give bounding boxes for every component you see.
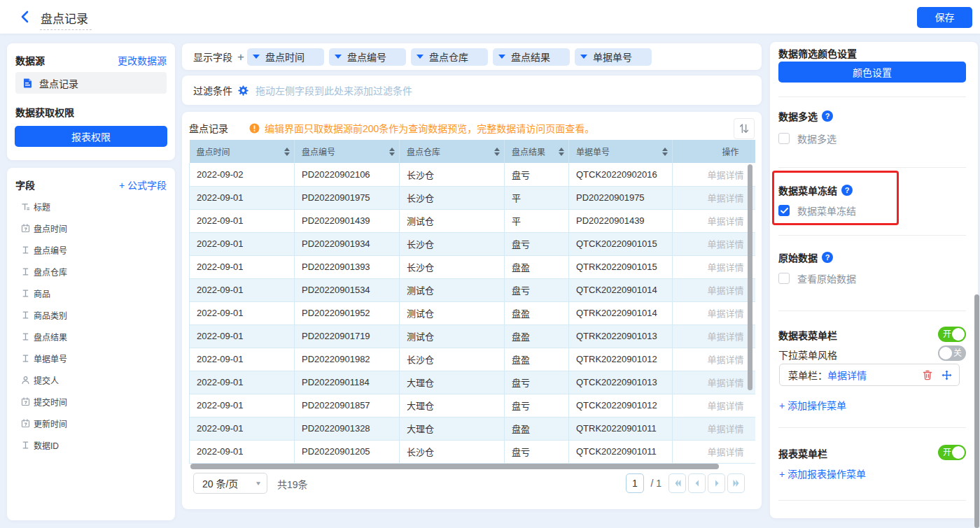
table-row: 2022-09-01PD20220901184大理仓盘亏QTCK20220901… [190,371,755,394]
table-cell: 2022-09-01 [190,371,295,394]
field-item[interactable]: 盘点结果 [7,326,175,348]
gear-icon[interactable] [238,85,248,96]
text-icon [21,267,30,276]
add-action-menu-link[interactable]: + 添加操作菜单 [779,398,846,412]
raw-data-checkbox-row[interactable]: 查看原始数据 [778,271,966,285]
help-icon[interactable]: ? [822,252,833,263]
save-button[interactable]: 保存 [917,7,972,28]
sort-carets-icon[interactable] [559,148,564,156]
column-header: 操作 [673,140,755,163]
preview-notice-text: 编辑界面只取数据源前200条作为查询数据预览，完整数据请访问页面查看。 [265,121,594,135]
field-item[interactable]: 单据单号 [7,348,175,369]
move-icon[interactable] [941,370,952,380]
display-field-chip[interactable]: 盘点仓库 [411,48,488,66]
display-field-chip[interactable]: 盘点结果 [493,48,570,66]
table-cell: 盘盈 [505,255,569,278]
column-header[interactable]: 单据单号 [569,140,673,163]
last-page-button[interactable] [727,473,745,493]
add-report-action-menu-link[interactable]: + 添加报表操作菜单 [779,466,866,480]
row-detail-link[interactable]: 单据详情 [673,209,755,232]
report-menubar-toggle[interactable]: 开 [938,445,966,460]
row-detail-link[interactable]: 单据详情 [673,348,755,371]
field-item[interactable]: 盘点仓库 [7,261,175,283]
row-detail-link[interactable]: 单据详情 [673,371,755,394]
freeze-checkbox[interactable] [778,205,790,216]
freeze-checkbox-row[interactable]: 数据菜单冻结 [778,204,966,217]
sort-carets-icon[interactable] [284,148,290,156]
row-detail-link[interactable]: 单据详情 [673,278,755,301]
multiselect-title-text: 数据多选 [778,109,818,123]
column-header[interactable]: 盘点编号 [295,140,400,163]
table-cell: PD20220901184 [295,371,400,394]
chip-label: 盘点时间 [265,50,304,64]
text-icon [21,354,30,363]
display-field-chip[interactable]: 盘点时间 [247,48,324,66]
display-field-chip[interactable]: 单据单号 [575,48,652,66]
table-row: 2022-09-01PD20220901975长沙仓平PD20220901975… [190,186,755,209]
help-icon[interactable]: ? [822,110,833,122]
prev-page-button[interactable] [688,473,706,493]
row-detail-link[interactable]: 单据详情 [673,440,755,463]
row-detail-link[interactable]: 单据详情 [673,324,755,348]
field-item[interactable]: 数据ID [7,434,175,456]
field-item[interactable]: 更新时间 [7,413,175,434]
add-display-field-icon[interactable]: + [237,51,244,63]
multiselect-checkbox[interactable] [778,133,790,144]
page-scrollbar[interactable] [974,294,979,528]
table-horizontal-scrollbar[interactable] [190,464,719,469]
page-size-select[interactable]: 20 条/页 ▾ [193,473,267,494]
color-settings-button[interactable]: 颜色设置 [778,62,966,83]
freeze-checkbox-label: 数据菜单冻结 [797,204,856,217]
sort-carets-icon[interactable] [662,148,668,156]
row-detail-link[interactable]: 单据详情 [673,417,755,440]
dropdown-style-toggle[interactable]: 关 [938,345,966,361]
field-item[interactable]: 商品 [7,283,175,304]
filter-placeholder[interactable]: 拖动左侧字段到此处来添加过滤条件 [255,83,412,97]
raw-data-checkbox[interactable] [778,273,790,284]
field-item[interactable]: 提交人 [7,369,175,391]
raw-data-title-text: 原始数据 [778,250,818,264]
row-detail-link[interactable]: 单据详情 [673,255,755,278]
page-number-input[interactable] [626,473,644,493]
first-page-button[interactable] [668,473,686,493]
sort-carets-icon[interactable] [494,148,500,156]
table-vertical-scrollbar[interactable] [748,164,752,390]
column-header[interactable]: 盘点仓库 [400,140,505,163]
column-header[interactable]: 盘点时间 [190,140,295,163]
menu-item-value[interactable]: 单据详情 [827,368,867,382]
field-item[interactable]: 标题 [7,196,175,217]
field-label: 数据ID [34,439,59,451]
datasource-item[interactable]: 盘点记录 [15,72,167,94]
trash-icon[interactable] [923,370,932,380]
row-detail-link[interactable]: 单据详情 [673,394,755,417]
back-icon[interactable] [18,10,32,24]
field-item[interactable]: 商品类别 [7,304,175,326]
table-cell: PD20220901857 [295,394,400,417]
row-detail-link[interactable]: 单据详情 [673,232,755,255]
table-row: 2022-09-01PD20220901205长沙仓盘亏QTCK20220901… [190,440,755,463]
report-permission-button[interactable]: 报表权限 [15,126,167,147]
divider [778,500,966,501]
toggle-knob [952,446,965,459]
page-title[interactable]: 盘点记录 [41,9,88,27]
help-icon[interactable]: ? [841,185,853,196]
table-cell: 盘盈 [505,301,569,324]
display-field-chip[interactable]: 盘点编号 [329,48,406,66]
add-formula-field-link[interactable]: + 公式字段 [119,178,167,192]
sort-carets-icon[interactable] [389,148,395,156]
multiselect-checkbox-row[interactable]: 数据多选 [778,131,966,145]
field-item[interactable]: 提交时间 [7,391,175,413]
row-detail-link[interactable]: 单据详情 [673,301,755,324]
table-row: 2022-09-01PD20220901439测试仓平PD20220901439… [190,209,755,232]
sort-tool-button[interactable] [734,118,755,139]
table-menubar-toggle[interactable]: 开 [938,327,966,342]
row-detail-link[interactable]: 单据详情 [673,186,755,209]
table-row: 2022-09-01PD20220901934长沙仓盘亏QTCK20220901… [190,232,755,255]
next-page-button[interactable] [708,473,725,493]
field-item[interactable]: 盘点编号 [7,239,175,261]
field-item[interactable]: 盘点时间 [7,217,175,239]
row-detail-link[interactable]: 单据详情 [673,163,755,186]
change-datasource-link[interactable]: 更改数据源 [118,53,167,67]
column-header[interactable]: 盘点结果 [505,140,569,163]
table-cell: QTCK20220901013 [569,371,673,394]
